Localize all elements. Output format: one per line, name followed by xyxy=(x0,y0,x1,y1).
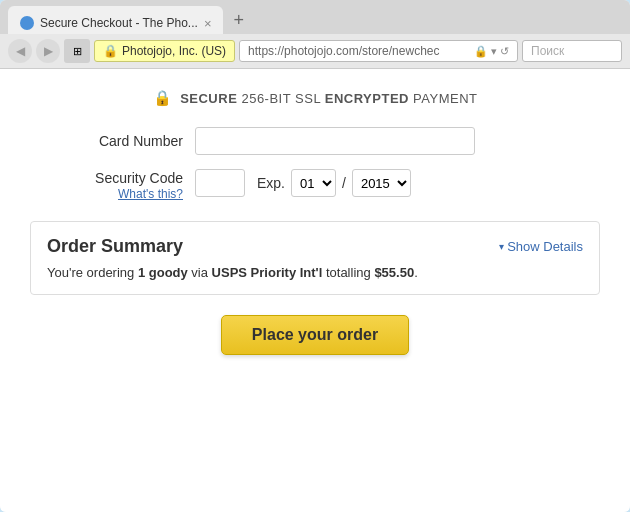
lock-icon: 🔒 xyxy=(103,44,118,58)
site-identity-pill[interactable]: 🔒 Photojojo, Inc. (US) xyxy=(94,40,235,62)
exp-slash: / xyxy=(342,175,346,191)
order-quantity: 1 goody xyxy=(138,265,188,280)
exp-year-select[interactable]: 2015 2016 2017 2018 2019 2020 xyxy=(352,169,411,197)
order-total: $55.50 xyxy=(374,265,414,280)
encrypted-label: ENCRYPTED xyxy=(325,91,409,106)
browser-window: Secure Checkout - The Pho... × + ◀ ▶ ⊞ 🔒… xyxy=(0,0,630,512)
back-button[interactable]: ◀ xyxy=(8,39,32,63)
card-number-row: Card Number xyxy=(75,127,555,155)
tab-close-button[interactable]: × xyxy=(204,16,212,31)
order-text-middle: via xyxy=(188,265,212,280)
show-details-arrow: ▾ xyxy=(499,241,504,252)
site-name: Photojojo, Inc. (US) xyxy=(122,44,226,58)
active-tab[interactable]: Secure Checkout - The Pho... × xyxy=(8,6,223,34)
address-bar-area: ◀ ▶ ⊞ 🔒 Photojojo, Inc. (US) https://pho… xyxy=(0,34,630,69)
payment-label: PAYMENT xyxy=(409,91,478,106)
secure-label: SECURE xyxy=(180,91,237,106)
order-shipping: USPS Priority Int'l xyxy=(212,265,323,280)
order-text-prefix: You're ordering xyxy=(47,265,138,280)
url-text: https://photojojo.com/store/newchec xyxy=(248,44,439,58)
order-text-end: totalling xyxy=(322,265,374,280)
order-summary-title: Order Summary xyxy=(47,236,183,257)
new-tab-button[interactable]: + xyxy=(225,6,252,34)
search-bar[interactable]: Поиск xyxy=(522,40,622,62)
ssl-label: 256-BIT SSL xyxy=(237,91,324,106)
secure-payment-banner: 🔒 SECURE 256-BIT SSL ENCRYPTED PAYMENT xyxy=(30,89,600,107)
order-summary-text: You're ordering 1 goody via USPS Priorit… xyxy=(47,265,583,280)
place-order-area: Place your order xyxy=(30,315,600,355)
secure-lock-icon: 🔒 xyxy=(153,89,173,106)
search-placeholder: Поиск xyxy=(531,44,564,58)
page-icon-button[interactable]: ⊞ xyxy=(64,39,90,63)
expiration-area: Exp. 01 02 03 04 05 06 07 08 09 10 11 12 xyxy=(257,169,411,197)
url-bar[interactable]: https://photojojo.com/store/newchec 🔒 ▾ … xyxy=(239,40,518,62)
tab-bar: Secure Checkout - The Pho... × + xyxy=(0,0,630,34)
security-code-label: Security Code xyxy=(95,170,183,186)
exp-month-select[interactable]: 01 02 03 04 05 06 07 08 09 10 11 12 xyxy=(291,169,336,197)
tab-favicon xyxy=(20,16,34,30)
order-summary-header: Order Summary ▾ Show Details xyxy=(47,236,583,257)
order-period: . xyxy=(414,265,418,280)
security-code-input[interactable] xyxy=(195,169,245,197)
payment-form: Card Number Security Code What's this? E… xyxy=(75,127,555,201)
url-bar-icons: 🔒 ▾ ↺ xyxy=(474,45,509,58)
security-label-col: Security Code What's this? xyxy=(75,169,195,201)
exp-label: Exp. xyxy=(257,175,285,191)
show-details-link[interactable]: ▾ Show Details xyxy=(499,239,583,254)
place-order-button[interactable]: Place your order xyxy=(221,315,409,355)
tab-title: Secure Checkout - The Pho... xyxy=(40,16,198,30)
heart-icon: 🔒 xyxy=(474,45,488,58)
card-number-input[interactable] xyxy=(195,127,475,155)
page-content: 🔒 SECURE 256-BIT SSL ENCRYPTED PAYMENT C… xyxy=(0,69,630,512)
security-code-row: Security Code What's this? Exp. 01 02 03… xyxy=(75,169,555,201)
order-summary-box: Order Summary ▾ Show Details You're orde… xyxy=(30,221,600,295)
show-details-label: Show Details xyxy=(507,239,583,254)
forward-button[interactable]: ▶ xyxy=(36,39,60,63)
card-number-label: Card Number xyxy=(75,133,195,149)
refresh-icon: ↺ xyxy=(500,45,509,58)
dropdown-icon: ▾ xyxy=(491,45,497,58)
whats-this-link[interactable]: What's this? xyxy=(75,187,183,201)
